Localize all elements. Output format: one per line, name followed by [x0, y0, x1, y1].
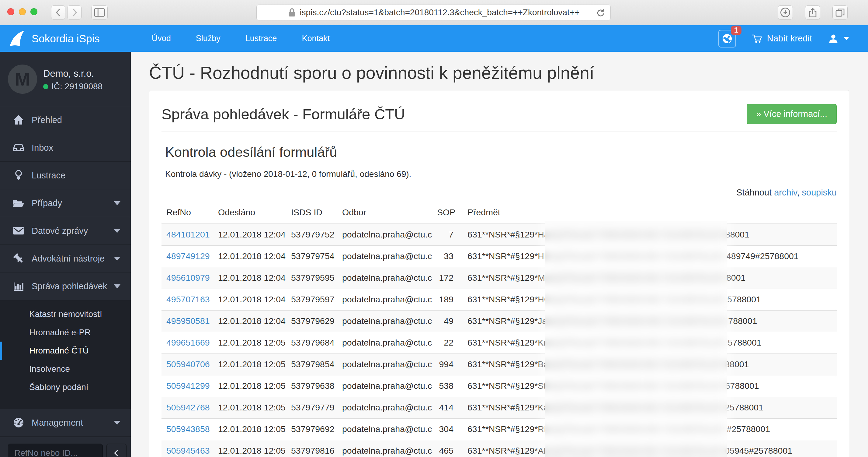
- refno-search-input[interactable]: [8, 444, 103, 457]
- submenu-item-insolvence[interactable]: Insolvence: [0, 360, 131, 378]
- url-bar[interactable]: ispis.cz/ctu?status=1&batch=20180112.3&c…: [256, 5, 611, 20]
- submenu-item-hromadne-epr[interactable]: Hromadné e-PR: [0, 323, 131, 342]
- submenu-item-hromadne-ctu[interactable]: Hromadné ČTÚ: [0, 342, 131, 360]
- redacted-text: akyPNovak7735815628.063.7101456761x25: [548, 359, 725, 369]
- cell-sent: 12.01.2018 12:05: [213, 440, 286, 457]
- share-button[interactable]: [805, 5, 820, 20]
- cell-odbor: podatelna.praha@ctu.cz: [337, 267, 432, 289]
- nav-item-kontakt[interactable]: Kontakt: [289, 34, 342, 43]
- dashboard-icon: [11, 417, 26, 429]
- globe-icon: [721, 33, 733, 45]
- chevron-left-icon: [112, 449, 121, 457]
- cell-subject: 631**NSR*#§129*RicakyPNovak7735815628.06…: [457, 418, 837, 440]
- topnav-menu: Úvod Služby Lustrace Kontakt: [139, 34, 342, 43]
- redacted-text: akyPNovak7735815628.063.7101456761x25: [549, 230, 725, 239]
- sidebar-toggle-icon: [93, 6, 106, 19]
- download-archive-link[interactable]: archiv: [774, 188, 797, 197]
- cell-isds: 537979754: [286, 246, 337, 267]
- table-row: 505942768 12.01.2018 12:05 537979779 pod…: [161, 397, 837, 418]
- refno-link[interactable]: 505945463: [166, 446, 210, 455]
- envelope-icon: [11, 225, 26, 236]
- sidebar-item-prehled[interactable]: Přehled: [0, 106, 131, 134]
- screen: ispis.cz/ctu?status=1&batch=20180112.3&c…: [0, 0, 868, 457]
- reload-icon[interactable]: [595, 8, 606, 18]
- refno-link[interactable]: 505940706: [166, 359, 210, 369]
- cell-odbor: podatelna.praha@ctu.cz: [337, 289, 432, 310]
- close-window-button[interactable]: [7, 8, 14, 15]
- refno-link[interactable]: 489749129: [166, 251, 210, 261]
- cell-odbor: podatelna.praha@ctu.cz: [337, 375, 432, 397]
- more-info-button[interactable]: » Více informací...: [747, 104, 837, 124]
- back-button[interactable]: [51, 5, 65, 20]
- sidebar-item-sprava-pohledavek[interactable]: Správa pohledávek: [0, 273, 131, 300]
- forward-icon: [68, 6, 81, 19]
- sprava-pohledavek-submenu: Katastr nemovitostí Hromadné e-PR Hromad…: [0, 300, 131, 409]
- cell-subject: 631**NSR*#§129*JanakyPNovak7735815628.06…: [457, 310, 837, 332]
- sidebar-toggle-button[interactable]: [91, 5, 108, 20]
- refno-link[interactable]: 505942768: [166, 402, 210, 412]
- cell-subject: 631**NSR*#§129*HOakyPNovak7735815628.063…: [457, 289, 837, 310]
- col-predmet: Předmět: [457, 204, 837, 224]
- cell-sop: 189: [432, 289, 457, 310]
- cell-isds: 537979779: [286, 397, 337, 418]
- credit-button[interactable]: Nabít kredit: [752, 33, 812, 44]
- refno-link[interactable]: 505941299: [166, 381, 210, 391]
- fullscreen-window-button[interactable]: [30, 8, 37, 15]
- caret-down-icon: [844, 37, 849, 40]
- forward-button[interactable]: [67, 5, 82, 20]
- cell-isds: 537979595: [286, 267, 337, 289]
- user-menu[interactable]: [828, 33, 849, 44]
- tabs-overview-button[interactable]: [832, 5, 848, 20]
- submenu-item-sablony-podani[interactable]: Šablony podání: [0, 378, 131, 396]
- cell-odbor: podatelna.praha@ctu.cz: [337, 310, 432, 332]
- refno-link[interactable]: 495610979: [166, 273, 210, 283]
- page-title: ČTÚ - Rozhodnutí sporu o povinnosti k pe…: [149, 63, 849, 83]
- downloads-button[interactable]: [778, 5, 793, 20]
- refno-link[interactable]: 495707163: [166, 294, 210, 304]
- cell-odbor: podatelna.praha@ctu.cz: [337, 246, 432, 267]
- redacted-text: akyPNovak7735815628.063.7101456761x25: [552, 316, 728, 326]
- cell-subject: 631**NSR*#§129*HaakyPNovak7735815628.063…: [457, 224, 837, 246]
- redacted-text: akyPNovak7735815628.063.7101456761x25: [548, 446, 725, 456]
- refno-link[interactable]: 495950581: [166, 316, 210, 326]
- sidebar-item-pripady[interactable]: Případy: [0, 189, 131, 217]
- cell-sop: 465: [432, 440, 457, 457]
- submenu-item-katastr[interactable]: Katastr nemovitostí: [0, 305, 131, 323]
- sidebar-collapse-button[interactable]: [106, 444, 126, 457]
- cell-sent: 12.01.2018 12:04: [213, 267, 286, 289]
- cell-sop: 49: [432, 310, 457, 332]
- download-list-link[interactable]: soupisku: [802, 188, 837, 197]
- cell-subject: 631**NSR*#§129*MaakyPNovak7735815628.063…: [457, 267, 837, 289]
- inbox-icon: [11, 142, 26, 154]
- sidebar-item-advokatni-nastroje[interactable]: Advokátní nástroje: [0, 245, 131, 273]
- sail-logo-icon: [8, 29, 27, 48]
- cell-sent: 12.01.2018 12:04: [213, 310, 286, 332]
- language-globe-button[interactable]: 1: [718, 30, 736, 48]
- cell-sop: 994: [432, 353, 457, 375]
- sidebar-item-lustrace[interactable]: Lustrace: [0, 162, 131, 189]
- nav-item-lustrace[interactable]: Lustrace: [233, 34, 289, 43]
- minimize-window-button[interactable]: [19, 8, 26, 15]
- table-row: 505940706 12.01.2018 12:05 537979854 pod…: [161, 353, 837, 375]
- brand[interactable]: Sokordia iSpis: [8, 29, 100, 48]
- lock-icon: [287, 8, 297, 17]
- sidebar-item-management[interactable]: Management: [0, 409, 131, 437]
- cell-sop: 22: [432, 332, 457, 353]
- sidebar-item-inbox[interactable]: Inbox: [0, 134, 131, 162]
- refno-link[interactable]: 505943858: [166, 424, 210, 434]
- cell-isds: 537979752: [286, 224, 337, 246]
- home-icon: [11, 114, 26, 126]
- top-navbar: Sokordia iSpis Úvod Služby Lustrace Kont…: [0, 25, 868, 52]
- nav-item-uvod[interactable]: Úvod: [139, 34, 183, 43]
- cart-icon: [752, 33, 763, 44]
- refno-link[interactable]: 499651669: [166, 338, 210, 347]
- refno-link[interactable]: 484101201: [166, 230, 210, 239]
- sidebar-search: [0, 438, 131, 457]
- caret-down-icon: [114, 421, 120, 425]
- sidebar-item-datove-zpravy[interactable]: Datové zprávy: [0, 217, 131, 245]
- cell-isds: 537979692: [286, 418, 337, 440]
- cell-sop: 7: [432, 224, 457, 246]
- nav-item-sluzby[interactable]: Služby: [183, 34, 233, 43]
- browser-chrome: ispis.cz/ctu?status=1&batch=20180112.3&c…: [0, 0, 868, 25]
- cell-subject: 631**NSR*#§129*KraakyPNovak7735815628.06…: [457, 332, 837, 353]
